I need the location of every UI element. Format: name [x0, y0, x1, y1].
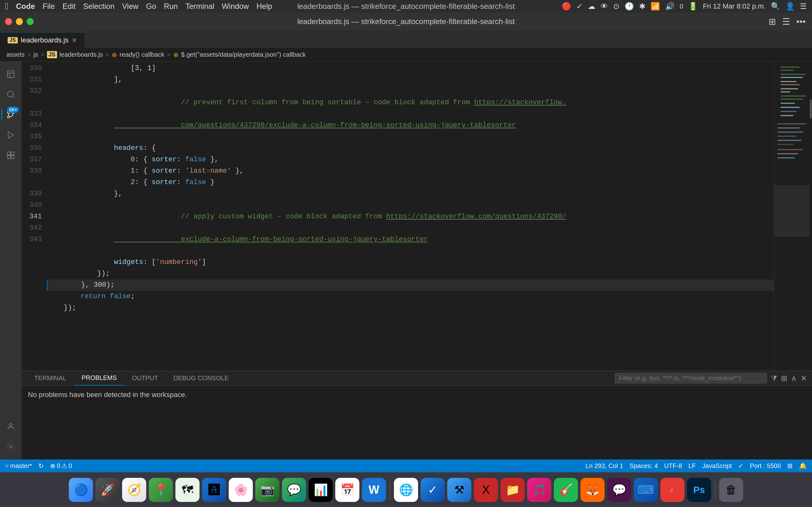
- apple-menu[interactable]: : [5, 1, 8, 11]
- copy-icon[interactable]: ⊞: [781, 374, 787, 383]
- maximize-button[interactable]: [27, 18, 34, 25]
- breadcrumb-filename[interactable]: leaderboards.js: [60, 51, 103, 58]
- dock-chrome[interactable]: 🌐: [394, 478, 418, 502]
- filter-input[interactable]: [615, 373, 767, 383]
- tab-debug-console[interactable]: DEBUG CONSOLE: [166, 371, 236, 386]
- dock-bear[interactable]: X: [474, 478, 498, 502]
- menu-file[interactable]: File: [43, 2, 55, 11]
- tab-problems[interactable]: PROBLEMS: [74, 371, 124, 386]
- menu-code[interactable]: Code: [16, 2, 35, 11]
- status-bell[interactable]: 🔔: [799, 462, 807, 469]
- search-menubar-icon[interactable]: 🔍: [771, 2, 780, 11]
- svg-rect-7: [11, 152, 14, 155]
- tab-close-icon[interactable]: ✕: [72, 37, 77, 44]
- sidebar-item-explorer[interactable]: [1, 65, 20, 83]
- minimize-button[interactable]: [16, 18, 23, 25]
- dock-app-store[interactable]: 🅰: [202, 478, 226, 502]
- ln-col: Ln 293, Col 1: [586, 462, 623, 469]
- svg-rect-17: [780, 84, 800, 85]
- status-port[interactable]: Port : 5500: [750, 462, 781, 469]
- dock-xcode[interactable]: ⚒: [447, 478, 471, 502]
- dock-itunes[interactable]: 🎵: [527, 478, 551, 502]
- status-encoding[interactable]: UTF-8: [664, 462, 682, 469]
- titlebar: leaderboards.js — strikeforce_autocomple…: [0, 13, 812, 31]
- svg-point-3: [8, 116, 10, 118]
- breadcrumb-js[interactable]: js: [34, 51, 38, 58]
- record-icon: ⊙: [613, 2, 619, 11]
- dock-finder[interactable]: 🔵: [69, 478, 93, 502]
- svg-rect-22: [780, 103, 795, 104]
- sidebar-item-search[interactable]: [1, 85, 20, 104]
- menu-view[interactable]: View: [122, 2, 139, 11]
- menu-edit[interactable]: Edit: [62, 2, 75, 11]
- status-position[interactable]: Ln 293, Col 1: [586, 462, 623, 469]
- sidebar-item-run[interactable]: [1, 125, 20, 145]
- dock-launchpad[interactable]: 🚀: [96, 478, 119, 502]
- table-row: 2: { sorter: false }: [47, 177, 774, 188]
- menu-run[interactable]: Run: [164, 2, 178, 11]
- active-tab[interactable]: JS leaderboards.js ✕: [0, 32, 85, 48]
- dock-filezilla[interactable]: 📁: [501, 478, 525, 502]
- dock-photoshop[interactable]: Ps: [687, 478, 711, 502]
- sidebar-item-extensions[interactable]: [1, 146, 20, 165]
- dock-find-my[interactable]: 📍: [149, 478, 173, 502]
- tab-output[interactable]: OUTPUT: [124, 371, 165, 386]
- status-eol[interactable]: LF: [688, 462, 696, 469]
- check-mark-icon: ✓: [576, 2, 583, 11]
- breadcrumb-assets[interactable]: assets: [6, 51, 25, 58]
- code-editor[interactable]: 330 331 332 . 333 334 335 336 337: [21, 61, 774, 371]
- status-language[interactable]: JavaScript: [702, 462, 732, 469]
- close-panel-icon[interactable]: ✕: [801, 374, 807, 383]
- dock-word[interactable]: W: [362, 478, 386, 502]
- dock-firefox[interactable]: 🦊: [580, 478, 605, 502]
- menu-bar-left:  Code File Edit Selection View Go Run T…: [5, 1, 272, 11]
- sidebar-item-settings[interactable]: [1, 437, 20, 456]
- dock-stocks[interactable]: 📊: [309, 478, 333, 502]
- warning-icon: ⚠: [61, 462, 67, 469]
- dock-calendar[interactable]: 📅: [335, 478, 359, 502]
- dock-slack[interactable]: 💬: [607, 478, 631, 502]
- dock-safari[interactable]: 🧭: [122, 478, 146, 502]
- dock-maps[interactable]: 🗺: [175, 478, 200, 502]
- broadcast-icon: ⊞: [787, 462, 793, 469]
- svg-rect-32: [777, 149, 803, 150]
- split-editor-icon[interactable]: ⊞: [768, 16, 776, 27]
- cloud-icon: ☁: [588, 2, 595, 11]
- dock-spotify[interactable]: 🎸: [554, 478, 578, 502]
- status-errors[interactable]: ⊗ 0 ⚠ 0: [50, 462, 72, 469]
- layout-icon[interactable]: ☰: [782, 16, 790, 27]
- breadcrumb-getjson[interactable]: $.get("assets/data/playerdata.json") cal…: [181, 51, 306, 58]
- battery-percent: 0: [680, 3, 683, 10]
- status-sync[interactable]: ↻: [38, 462, 44, 469]
- dock-wunderlist[interactable]: ✓: [420, 478, 445, 502]
- main-area: 1K+: [0, 61, 812, 459]
- dock-vscode[interactable]: ⌨: [634, 478, 658, 502]
- spaces-label: Spaces: 4: [629, 462, 658, 469]
- titlebar-right: ⊞ ☰ •••: [768, 16, 812, 27]
- sidebar-item-account[interactable]: [1, 417, 20, 436]
- collapse-panel-icon[interactable]: ∧: [791, 374, 797, 383]
- tab-terminal[interactable]: TERMINAL: [27, 371, 74, 386]
- menu-help[interactable]: Help: [257, 2, 272, 11]
- menu-window[interactable]: Window: [222, 2, 249, 11]
- status-spaces[interactable]: Spaces: 4: [629, 462, 658, 469]
- close-button[interactable]: [5, 18, 12, 25]
- status-branch[interactable]: ⑂ master*: [5, 462, 32, 469]
- menu-selection[interactable]: Selection: [83, 2, 114, 11]
- menu-go[interactable]: Go: [146, 2, 156, 11]
- dock-transmit[interactable]: 🔺: [660, 478, 684, 502]
- language-label: JavaScript: [702, 462, 732, 469]
- status-broadcast[interactable]: ⊞: [787, 462, 793, 469]
- sidebar-item-source-control[interactable]: 1K+: [1, 105, 20, 124]
- dock-messages[interactable]: 💬: [282, 478, 306, 502]
- prettier-icon: ✓: [738, 462, 744, 469]
- filter-icon[interactable]: ⧩: [771, 374, 777, 383]
- svg-rect-23: [780, 107, 800, 108]
- breadcrumb-js-badge: JS: [47, 51, 57, 58]
- breadcrumb-ready[interactable]: ready() callback: [119, 51, 164, 58]
- dock-trash[interactable]: 🗑: [719, 478, 743, 502]
- dock-facetime[interactable]: 📷: [255, 478, 280, 502]
- more-actions-icon[interactable]: •••: [797, 16, 806, 26]
- dock-photos[interactable]: 🌸: [229, 478, 253, 502]
- menu-terminal[interactable]: Terminal: [186, 2, 214, 11]
